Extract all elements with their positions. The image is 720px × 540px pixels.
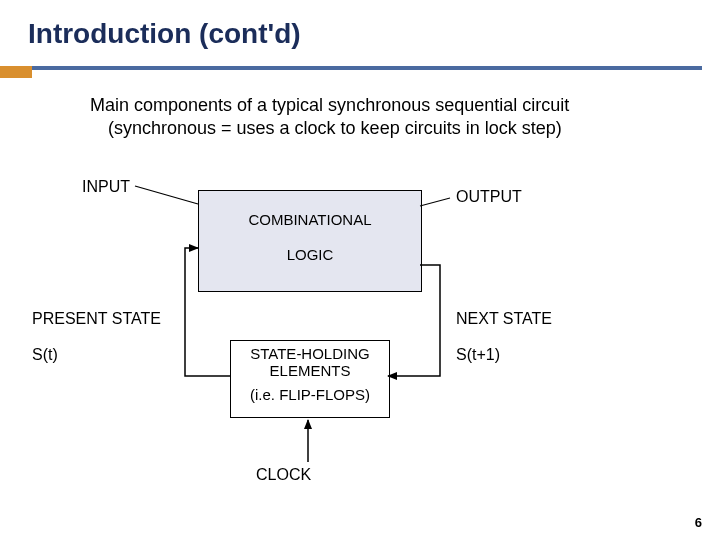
label-output: OUTPUT bbox=[456, 188, 522, 206]
description-line2: (synchronous = uses a clock to keep circ… bbox=[90, 117, 650, 140]
label-clock: CLOCK bbox=[256, 466, 311, 484]
description: Main components of a typical synchronous… bbox=[90, 94, 650, 141]
box-state-holding: STATE-HOLDING ELEMENTS (i.e. FLIP-FLOPS) bbox=[230, 340, 390, 418]
label-st1: S(t+1) bbox=[456, 346, 500, 364]
svg-line-1 bbox=[420, 198, 450, 206]
label-present-state: PRESENT STATE bbox=[32, 310, 161, 328]
title-divider bbox=[32, 66, 702, 70]
label-next-state: NEXT STATE bbox=[456, 310, 552, 328]
box-sh-line1: STATE-HOLDING ELEMENTS bbox=[231, 341, 389, 380]
page-number: 6 bbox=[695, 515, 702, 530]
box-comb-line2: LOGIC bbox=[199, 228, 421, 263]
label-input: INPUT bbox=[82, 178, 130, 196]
svg-line-0 bbox=[135, 186, 198, 204]
label-st: S(t) bbox=[32, 346, 58, 364]
box-sh-line2: (i.e. FLIP-FLOPS) bbox=[231, 380, 389, 403]
slide-title: Introduction (cont'd) bbox=[28, 18, 301, 50]
accent-bar bbox=[0, 66, 32, 78]
description-line1: Main components of a typical synchronous… bbox=[90, 94, 650, 117]
box-comb-line1: COMBINATIONAL bbox=[199, 191, 421, 228]
box-combinational-logic: COMBINATIONAL LOGIC bbox=[198, 190, 422, 292]
